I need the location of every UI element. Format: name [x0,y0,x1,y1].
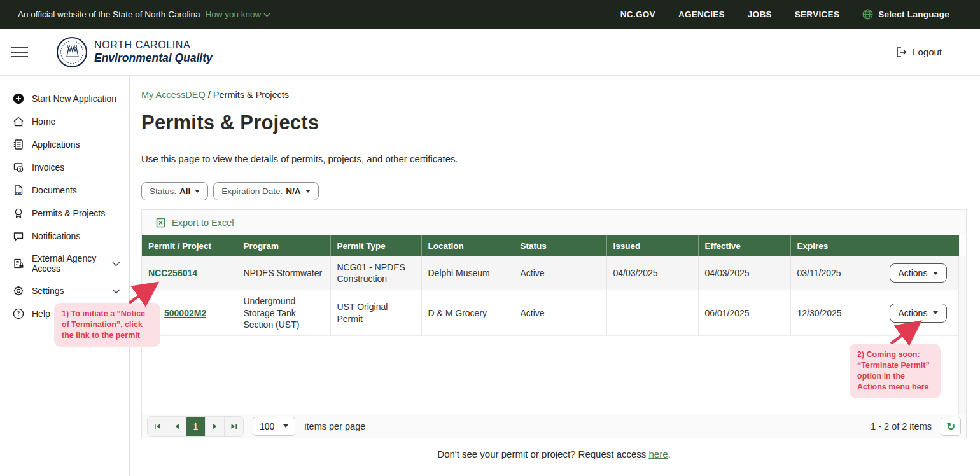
plus-circle-icon [13,93,24,104]
actions-button[interactable]: Actions [890,263,948,283]
grid-pager: 1 100 items per page 1 - 2 of 2 items ↻ [142,414,966,438]
refresh-icon: ↻ [946,420,955,433]
table-scrollbar[interactable] [958,256,966,414]
chevron-down-icon [263,13,270,17]
status-filter-chip[interactable]: Status: All [141,182,208,200]
speech-bubble-icon [13,230,24,242]
expiration-filter-label: Expiration Date: [221,186,283,196]
sidebar-item-permits-projects[interactable]: Permits & Projects [0,202,129,225]
cell-issued: 04/03/2025 [606,256,698,290]
gear-icon [13,285,24,297]
chevron-down-icon [112,258,120,269]
sidebar-item-notifications[interactable]: Notifications [0,225,129,248]
logout-button[interactable]: Logout [896,46,942,57]
previous-page-icon [174,423,179,430]
previous-page-button[interactable] [167,417,186,436]
sidebar-label: External Agency Access [32,253,104,274]
sidebar-item-home[interactable]: Home [0,110,129,133]
permit-link-ncc256014[interactable]: NCC256014 [148,268,197,278]
cell-program: NPDES Stormwater [237,256,330,290]
app-header: NORTH CAROLINA Environmental Quality Log… [0,29,980,76]
next-page-icon [213,423,218,430]
pager-range-label: 1 - 2 of 2 items [871,421,932,431]
nav-link-services[interactable]: SERVICES [795,10,839,19]
cell-program: Underground Storage Tank Section (UST) [237,290,330,336]
last-page-button[interactable] [224,417,243,436]
nav-link-jobs[interactable]: JOBS [748,10,772,19]
sidebar-item-settings[interactable]: Settings [0,279,129,302]
table-row: NCC256014 NPDES Stormwater NCG01 - NPDES… [142,256,959,290]
actions-button[interactable]: Actions [890,304,948,323]
pdf-document-icon: PDF [13,185,24,196]
cell-expires: 03/11/2025 [790,256,883,290]
next-page-button[interactable] [205,417,224,436]
sidebar-label: Documents [32,185,77,195]
cell-permit-type: UST Original Permit [330,290,421,336]
sidebar-item-start-new-application[interactable]: Start New Application [0,87,129,110]
sidebar-label: Home [32,116,55,127]
filter-bar: Status: All Expiration Date: N/A [141,182,967,200]
column-header-issued: Issued [606,235,698,256]
items-per-page-label: items per page [304,421,365,431]
svg-text:$: $ [18,167,21,172]
cell-issued [606,290,698,336]
breadcrumb-link-my-accessdeq[interactable]: My AccessDEQ [141,90,206,100]
sidebar-item-invoices[interactable]: $ Invoices [0,156,129,179]
sidebar-item-external-agency-access[interactable]: External Agency Access [0,248,129,279]
column-header-status: Status [514,235,606,256]
column-header-actions [883,235,959,256]
cell-status: Active [514,290,606,336]
status-filter-label: Status: [150,186,176,196]
column-header-location: Location [421,235,514,256]
org-name: NORTH CAROLINA [94,39,213,51]
cell-effective: 04/03/2025 [698,256,790,290]
nav-link-ncgov[interactable]: NC.GOV [620,10,655,19]
expiration-filter-chip[interactable]: Expiration Date: N/A [213,182,318,200]
column-header-expires: Expires [790,235,883,256]
refresh-button[interactable]: ↻ [941,417,961,436]
how-you-know-link[interactable]: How you know [205,10,270,19]
official-banner: An official website of the State of Nort… [0,0,980,29]
cell-location: Delphi Museum [421,256,514,290]
caret-down-icon [933,311,938,314]
excel-icon [156,218,165,228]
column-header-permit-type: Permit Type [330,235,421,256]
breadcrumb: My AccessDEQ / Permits & Projects [141,90,967,100]
status-filter-value: All [179,186,190,196]
page-size-select[interactable]: 100 [253,417,295,436]
svg-text:PDF: PDF [15,192,22,195]
export-to-excel-button[interactable]: Export to Excel [172,218,234,228]
request-access-note: Don't see your permit or project? Reques… [141,449,967,459]
column-header-permit: Permit / Project [142,235,237,256]
sidebar-label: Settings [32,286,64,296]
request-access-link[interactable]: here [648,449,668,459]
nav-link-agencies[interactable]: AGENCIES [678,10,725,19]
table-row: 500002M2 Underground Storage Tank Sectio… [142,290,959,336]
home-icon [13,116,24,127]
nc-state-seal-icon [56,36,88,68]
chevron-down-icon [112,286,120,296]
sidebar-item-documents[interactable]: PDF Documents [0,179,129,202]
breadcrumb-current: Permits & Projects [213,90,289,100]
sidebar-label: Permits & Projects [32,208,105,218]
logout-icon [896,47,907,57]
svg-text:?: ? [17,310,20,317]
cell-status: Active [514,256,606,290]
first-page-icon [154,423,161,430]
page-size-value: 100 [260,421,274,431]
permits-projects-page: An official website of the State of Nort… [0,0,980,476]
annotation-note-1: 1) To initiate a “Notice of Termination”… [54,303,160,347]
table-header-row: Permit / Project Program Permit Type Loc… [142,235,959,256]
globe-icon [862,9,873,20]
select-language-button[interactable]: Select Language [862,9,949,20]
first-page-button[interactable] [148,417,167,436]
page-number-button[interactable]: 1 [186,417,205,436]
sidebar-item-applications[interactable]: Applications [0,133,129,156]
how-you-know-label: How you know [205,10,261,19]
menu-icon[interactable] [11,44,28,60]
logout-label: Logout [913,46,942,57]
actions-label: Actions [899,268,928,278]
question-circle-icon: ? [13,308,24,319]
sidebar-label: Notifications [32,231,80,241]
official-banner-text: An official website of the State of Nort… [18,10,200,19]
